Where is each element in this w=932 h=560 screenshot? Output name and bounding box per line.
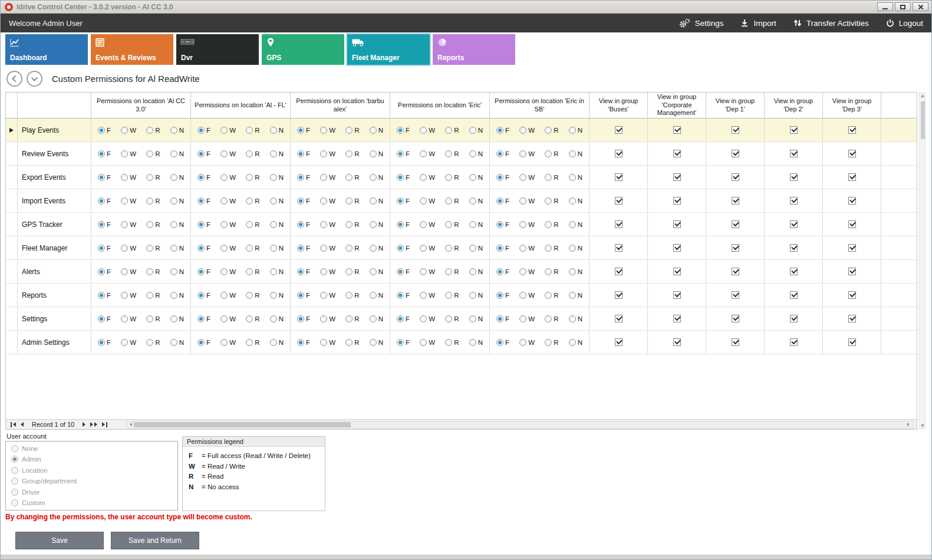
radio-option-f[interactable]: F bbox=[496, 150, 509, 157]
user-account-option-location[interactable]: Location bbox=[11, 467, 172, 474]
radio-option-f[interactable]: F bbox=[98, 268, 111, 275]
radio-option-w[interactable]: W bbox=[121, 268, 136, 275]
checkbox-checked-icon[interactable] bbox=[848, 291, 856, 299]
radio-option-r[interactable]: R bbox=[445, 150, 459, 157]
radio-option-w[interactable]: W bbox=[519, 245, 535, 252]
radio-option-f[interactable]: F bbox=[496, 174, 509, 181]
radio-option-w[interactable]: W bbox=[519, 197, 535, 205]
radio-option-n[interactable]: N bbox=[569, 268, 582, 275]
radio-option-f[interactable]: F bbox=[98, 174, 111, 181]
radio-option-f[interactable]: F bbox=[98, 221, 111, 228]
checkbox-checked-icon[interactable] bbox=[732, 220, 739, 228]
save-return-button[interactable]: Save and Return bbox=[111, 532, 199, 549]
radio-option-n[interactable]: N bbox=[370, 150, 383, 157]
checkbox-checked-icon[interactable] bbox=[732, 126, 739, 134]
down-button[interactable] bbox=[27, 71, 42, 87]
radio-option-w[interactable]: W bbox=[220, 292, 236, 299]
pager-next-button[interactable] bbox=[80, 422, 88, 427]
radio-option-r[interactable]: R bbox=[445, 174, 459, 181]
topbar-action-logout[interactable]: Logout bbox=[885, 18, 923, 28]
checkbox-checked-icon[interactable] bbox=[673, 268, 681, 275]
checkbox-checked-icon[interactable] bbox=[732, 315, 739, 322]
radio-option-w[interactable]: W bbox=[519, 127, 535, 134]
radio-option-f[interactable]: F bbox=[98, 127, 111, 134]
radio-option-n[interactable]: N bbox=[469, 315, 483, 322]
hscroll-right-arrow-icon[interactable] bbox=[907, 423, 910, 426]
radio-option-f[interactable]: F bbox=[297, 127, 310, 134]
radio-option-w[interactable]: W bbox=[519, 221, 535, 228]
radio-option-n[interactable]: N bbox=[370, 221, 383, 228]
checkbox-checked-icon[interactable] bbox=[848, 150, 856, 157]
radio-option-w[interactable]: W bbox=[220, 339, 236, 346]
radio-option-r[interactable]: R bbox=[146, 127, 160, 134]
radio-option-n[interactable]: N bbox=[469, 150, 483, 157]
radio-option-f[interactable]: F bbox=[397, 221, 410, 228]
radio-option-r[interactable]: R bbox=[545, 315, 558, 322]
checkbox-checked-icon[interactable] bbox=[732, 338, 739, 346]
radio-option-n[interactable]: N bbox=[370, 339, 383, 346]
radio-option-r[interactable]: R bbox=[545, 197, 558, 205]
radio-option-f[interactable]: F bbox=[397, 268, 410, 275]
radio-option-f[interactable]: F bbox=[98, 150, 111, 157]
radio-option-r[interactable]: R bbox=[545, 127, 558, 134]
radio-option-w[interactable]: W bbox=[420, 315, 435, 322]
user-account-option-driver[interactable]: Driver bbox=[11, 489, 172, 496]
radio-option-r[interactable]: R bbox=[146, 221, 160, 228]
user-account-option-none[interactable]: None bbox=[11, 445, 172, 452]
user-account-option-custom[interactable]: Custom bbox=[11, 499, 172, 506]
radio-option-w[interactable]: W bbox=[320, 197, 335, 205]
topbar-action-settings[interactable]: Settings bbox=[679, 18, 724, 28]
radio-option-f[interactable]: F bbox=[297, 339, 310, 346]
radio-option-r[interactable]: R bbox=[246, 174, 259, 181]
radio-option-n[interactable]: N bbox=[569, 197, 582, 205]
radio-option-r[interactable]: R bbox=[445, 197, 459, 205]
radio-option-f[interactable]: F bbox=[297, 315, 310, 322]
radio-option-r[interactable]: R bbox=[246, 245, 259, 252]
user-account-option-group-department[interactable]: Group/department bbox=[11, 477, 172, 485]
radio-option-r[interactable]: R bbox=[345, 197, 359, 205]
radio-option-n[interactable]: N bbox=[270, 174, 284, 181]
radio-option-f[interactable]: F bbox=[197, 197, 210, 205]
radio-option-f[interactable]: F bbox=[496, 268, 509, 275]
pager-last-button[interactable] bbox=[100, 422, 110, 427]
radio-option-n[interactable]: N bbox=[170, 174, 184, 181]
radio-option-f[interactable]: F bbox=[197, 150, 210, 157]
checkbox-checked-icon[interactable] bbox=[673, 291, 681, 299]
radio-option-n[interactable]: N bbox=[270, 315, 284, 322]
radio-option-r[interactable]: R bbox=[146, 292, 160, 299]
checkbox-checked-icon[interactable] bbox=[615, 197, 623, 205]
radio-option-r[interactable]: R bbox=[545, 292, 558, 299]
checkbox-checked-icon[interactable] bbox=[790, 244, 798, 252]
radio-option-f[interactable]: F bbox=[496, 315, 509, 322]
radio-option-w[interactable]: W bbox=[519, 150, 535, 157]
radio-option-w[interactable]: W bbox=[220, 315, 236, 322]
radio-option-n[interactable]: N bbox=[469, 268, 483, 275]
radio-option-f[interactable]: F bbox=[197, 292, 210, 299]
checkbox-checked-icon[interactable] bbox=[673, 315, 681, 322]
checkbox-checked-icon[interactable] bbox=[732, 173, 739, 181]
hscroll-left-arrow-icon[interactable] bbox=[130, 423, 132, 426]
radio-option-f[interactable]: F bbox=[98, 292, 111, 299]
checkbox-checked-icon[interactable] bbox=[673, 244, 681, 252]
radio-option-f[interactable]: F bbox=[297, 197, 310, 205]
vertical-scrollbar[interactable] bbox=[919, 93, 926, 429]
radio-option-r[interactable]: R bbox=[345, 221, 359, 228]
checkbox-checked-icon[interactable] bbox=[790, 315, 798, 322]
radio-option-w[interactable]: W bbox=[220, 174, 236, 181]
radio-option-n[interactable]: N bbox=[370, 315, 383, 322]
radio-option-w[interactable]: W bbox=[121, 174, 136, 181]
checkbox-checked-icon[interactable] bbox=[615, 150, 623, 157]
radio-option-w[interactable]: W bbox=[519, 268, 535, 275]
grid-row-settings[interactable]: SettingsFWRNFWRNFWRNFWRNFWRN bbox=[6, 307, 917, 331]
radio-option-f[interactable]: F bbox=[297, 268, 310, 275]
checkbox-checked-icon[interactable] bbox=[790, 220, 798, 228]
radio-option-w[interactable]: W bbox=[320, 292, 335, 299]
radio-option-r[interactable]: R bbox=[345, 127, 359, 134]
radio-option-n[interactable]: N bbox=[370, 197, 383, 205]
radio-option-w[interactable]: W bbox=[121, 292, 136, 299]
checkbox-checked-icon[interactable] bbox=[848, 338, 856, 346]
radio-option-n[interactable]: N bbox=[370, 245, 383, 252]
radio-option-r[interactable]: R bbox=[545, 221, 558, 228]
checkbox-checked-icon[interactable] bbox=[673, 126, 681, 134]
radio-option-n[interactable]: N bbox=[170, 221, 184, 228]
